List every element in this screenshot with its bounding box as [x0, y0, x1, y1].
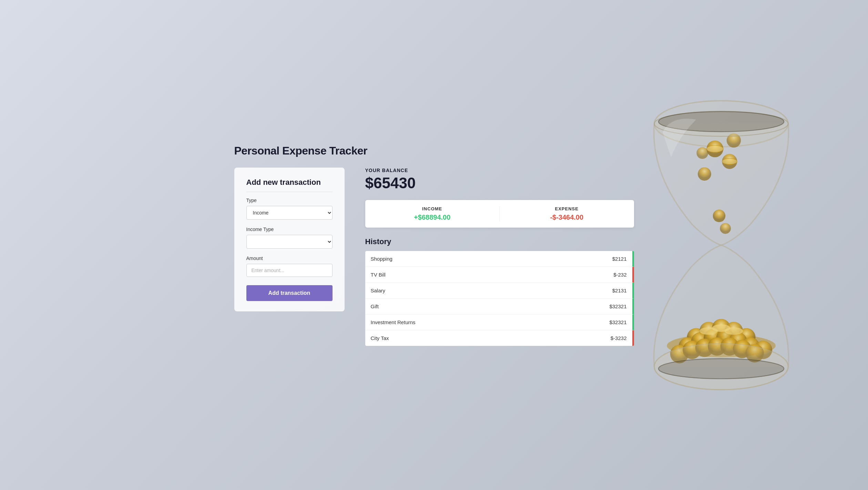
page-container: Personal Expense Tracker Add new transac…	[227, 131, 641, 360]
type-group: Type Income Expense	[246, 198, 333, 220]
income-type-group: Income Type	[246, 227, 333, 249]
history-item: Gift$32321	[365, 299, 634, 314]
transaction-form-panel: Add new transaction Type Income Expense …	[234, 168, 345, 311]
hourglass-decoration	[618, 0, 825, 490]
history-item: Investment Returns$32321	[365, 314, 634, 330]
svg-point-5	[722, 158, 737, 164]
income-expense-card: INCOME +$68894.00 EXPENSE -$-3464.00	[365, 200, 634, 228]
history-item-amount: $2121	[612, 256, 627, 262]
svg-point-26	[695, 338, 714, 357]
amount-input[interactable]	[246, 264, 333, 277]
expense-label: EXPENSE	[507, 206, 627, 211]
history-item-name: TV Bill	[371, 272, 386, 278]
svg-point-14	[712, 319, 730, 337]
svg-point-19	[704, 329, 722, 347]
balance-section: YOUR BALANCE $65430	[365, 168, 634, 192]
income-amount: +$68894.00	[372, 213, 493, 221]
svg-point-8	[696, 147, 708, 159]
svg-point-13	[699, 322, 718, 340]
svg-point-25	[683, 340, 701, 359]
history-item-amount: $-3232	[611, 335, 627, 341]
svg-point-4	[722, 154, 737, 169]
svg-point-9	[713, 209, 725, 222]
balance-amount: $65430	[365, 174, 634, 192]
main-content: Add new transaction Type Income Expense …	[234, 168, 634, 346]
svg-point-7	[727, 133, 741, 147]
svg-point-1	[654, 343, 788, 390]
right-panel: YOUR BALANCE $65430 INCOME +$68894.00 EX…	[365, 168, 634, 346]
history-item-name: Investment Returns	[371, 319, 416, 325]
history-item: Shopping$2121	[365, 251, 634, 267]
history-item-name: City Tax	[371, 335, 389, 341]
svg-point-37	[658, 359, 784, 379]
svg-point-0	[654, 101, 788, 147]
history-item-amount: $32321	[609, 319, 626, 325]
history-list: Shopping$2121TV Bill$-232Salary$2131Gift…	[365, 251, 634, 346]
expense-box: EXPENSE -$-3464.00	[500, 206, 634, 221]
amount-group: Amount	[246, 256, 333, 277]
amount-label: Amount	[246, 256, 333, 261]
income-type-label: Income Type	[246, 227, 333, 232]
svg-point-6	[698, 167, 711, 181]
svg-point-18	[691, 332, 709, 350]
add-transaction-button[interactable]: Add transaction	[246, 285, 333, 301]
income-type-select[interactable]	[246, 235, 333, 249]
svg-point-27	[708, 337, 726, 356]
history-item: Salary$2131	[365, 283, 634, 299]
svg-point-36	[658, 111, 784, 131]
history-item: TV Bill$-232	[365, 267, 634, 283]
income-label: INCOME	[372, 206, 493, 211]
history-item: City Tax$-3232	[365, 330, 634, 346]
svg-point-29	[733, 340, 751, 358]
type-label: Type	[246, 198, 333, 203]
history-item-name: Gift	[371, 303, 379, 309]
svg-point-3	[707, 146, 724, 152]
svg-point-10	[720, 223, 731, 234]
svg-point-23	[754, 340, 772, 359]
svg-point-22	[741, 337, 759, 356]
svg-point-32	[699, 327, 718, 335]
svg-point-31	[712, 324, 730, 332]
history-item-amount: $2131	[612, 288, 627, 293]
svg-point-30	[745, 344, 764, 362]
expense-amount: -$-3464.00	[507, 213, 627, 221]
history-item-amount: $-232	[613, 272, 626, 278]
svg-point-2	[707, 140, 724, 157]
svg-point-12	[687, 328, 705, 346]
svg-point-21	[729, 332, 747, 350]
svg-point-34	[654, 343, 788, 390]
svg-point-17	[678, 337, 697, 356]
app-title: Personal Expense Tracker	[234, 144, 634, 157]
svg-point-35	[654, 111, 788, 136]
svg-point-20	[716, 329, 734, 347]
svg-point-28	[721, 337, 739, 356]
history-item-amount: $32321	[609, 303, 626, 309]
balance-label: YOUR BALANCE	[365, 168, 634, 173]
svg-point-15	[725, 322, 743, 340]
svg-point-24	[670, 345, 688, 363]
history-item-name: Salary	[371, 288, 386, 293]
type-select[interactable]: Income Expense	[246, 206, 333, 220]
income-box: INCOME +$68894.00	[365, 206, 500, 221]
form-title: Add new transaction	[246, 178, 333, 192]
svg-point-33	[725, 327, 743, 335]
history-item-name: Shopping	[371, 256, 392, 262]
svg-point-16	[737, 328, 755, 346]
history-title: History	[365, 237, 634, 246]
svg-point-11	[667, 334, 776, 357]
